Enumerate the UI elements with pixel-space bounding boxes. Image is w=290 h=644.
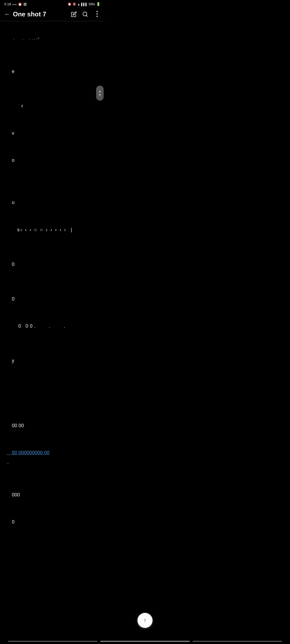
app-bar-left: ← One shot 7 [4,10,46,18]
gallery-icon: 🖼 [23,2,27,6]
blank-11 [6,397,98,405]
status-right: ⏰ 🔇 ▲ ▌▌▌ 59% 🔋 [68,2,100,6]
status-bar: 5:18 ∞∞ ⏰ 🖼 ⏰ 🔇 ▲ ▌▌▌ 59% 🔋 [0,0,105,7]
search-button[interactable] [82,11,88,17]
blank-3 [6,174,98,182]
blank-14 [6,474,98,482]
blank-10 [6,390,98,397]
scroll-up-arrow[interactable]: ▲ [98,90,102,93]
signal-icon: ▌▌▌ [81,3,88,6]
back-icon[interactable]: ← [4,11,10,18]
content-line-0-last: 0 [6,509,98,535]
content-line-v: v [6,120,98,146]
content-line-blue-link[interactable]: 00 000000000 00 [6,440,98,466]
back-button[interactable]: ← [4,11,10,18]
blank-8 [6,375,98,382]
app-bar: ← One shot 7 ⋮ [0,7,105,21]
content-line-u: u [6,189,98,215]
scroll-down-arrow[interactable]: ▼ [98,93,102,97]
battery-display: 59% [89,2,95,6]
battery-icon: 🔋 [96,2,100,6]
svg-line-1 [86,15,87,16]
content-line-y: y [6,348,98,374]
blank-6 [6,279,98,286]
more-button[interactable]: ⋮ [93,10,100,18]
content-line-000-final: 000 [6,482,98,508]
scroll-handle[interactable]: ▲ ▼ [96,86,104,101]
more-icon[interactable]: ⋮ [93,10,100,18]
blank-9 [6,382,98,390]
blank-7 [6,340,98,348]
status-time: 5:18 ∞∞ ⏰ 🖼 [4,2,27,6]
content-line-o: o [6,147,98,173]
voicemail-icon: ∞∞ [12,3,17,6]
content-line-s: s‹ › › ○ ○ › › › › › | [6,217,98,243]
content-line-000: 0 00. . . [6,313,98,339]
app-bar-actions: ⋮ [71,10,100,18]
search-icon [82,11,88,17]
alarm-icon: ⏰ [18,2,22,6]
content-line-00-00: 00 00 [6,412,98,438]
blank-2 [6,86,98,93]
blank-13 [6,467,98,474]
content-line-0b: 0 [6,286,98,312]
blank-4 [6,182,98,189]
blank-1 [6,51,98,58]
wifi-icon: ▲ [77,3,80,6]
content-line-e: e [6,58,98,84]
content-line-r: r [6,93,98,119]
blank-12 [6,405,98,412]
mute-icon: 🔇 [73,2,76,6]
blank-5 [6,244,98,251]
time-display: 5:18 [4,2,11,6]
page-title: One shot 7 [13,10,46,18]
alarm2-icon: ⏰ [68,2,71,6]
edit-icon [71,11,77,17]
content-area[interactable]: ▲ ▼ . . . ...› e r v o u s‹ › › ○ ○ › › … [0,21,105,541]
content-line-0a: 0 [6,251,98,277]
edit-button[interactable] [71,11,77,17]
content-line-1: . . . ...› [6,27,98,50]
